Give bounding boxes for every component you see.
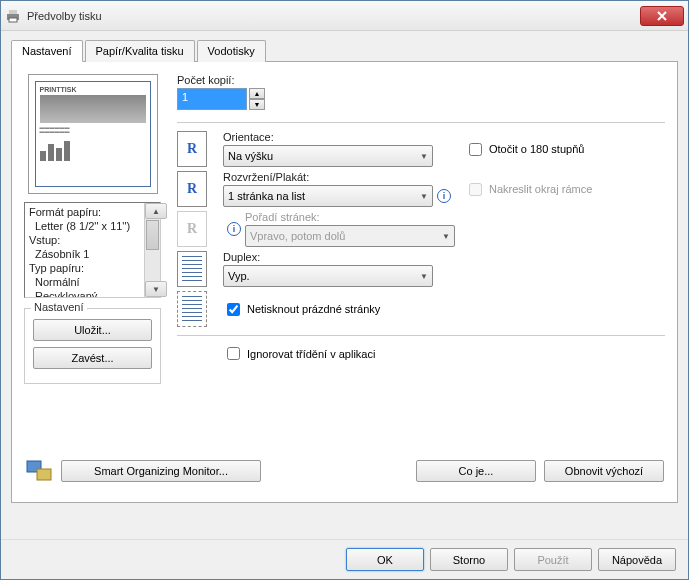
settings-group: Nastavení Uložit... Zavést... xyxy=(24,308,161,384)
svg-rect-1 xyxy=(9,10,17,14)
tab-vodotisky[interactable]: Vodotisky xyxy=(197,40,266,62)
monitor-icon xyxy=(25,457,53,485)
pageorder-select: Vpravo, potom dolů ▼ xyxy=(245,225,455,247)
scroll-up-icon[interactable]: ▲ xyxy=(145,203,167,219)
chevron-down-icon: ▼ xyxy=(420,272,428,281)
pageorder-label: Pořadí stránek: xyxy=(245,211,455,223)
whatis-button[interactable]: Co je... xyxy=(416,460,536,482)
separator xyxy=(177,335,665,336)
copies-spinner[interactable]: ▲ ▼ xyxy=(249,88,265,110)
load-settings-button[interactable]: Zavést... xyxy=(33,347,152,369)
dialog-footer: OK Storno Použít Nápověda xyxy=(1,539,688,579)
layout-select[interactable]: 1 stránka na list ▼ xyxy=(223,185,433,207)
svg-rect-4 xyxy=(37,469,51,480)
chevron-down-icon: ▼ xyxy=(420,152,428,161)
titlebar: Předvolby tisku xyxy=(1,1,688,31)
pageorder-thumb-icon: R xyxy=(177,211,207,247)
rotate-180-checkbox[interactable]: Otočit o 180 stupňů xyxy=(465,140,665,159)
chevron-down-icon: ▼ xyxy=(442,232,450,241)
spinner-up-icon[interactable]: ▲ xyxy=(249,88,265,99)
tab-panel-nastaveni: PRINTTISK ▬▬▬▬▬▬▬▬▬▬▬▬ Formát papíru: Le… xyxy=(11,62,678,503)
spinner-down-icon[interactable]: ▼ xyxy=(249,99,265,110)
layout-thumb-icon: R xyxy=(177,171,207,207)
help-button[interactable]: Nápověda xyxy=(598,548,676,571)
info-icon[interactable]: i xyxy=(437,189,451,203)
save-settings-button[interactable]: Uložit... xyxy=(33,319,152,341)
ignore-collate-checkbox[interactable]: Ignorovat třídění v aplikaci xyxy=(223,344,665,363)
tab-bar: Nastavení Papír/Kvalita tisku Vodotisky xyxy=(11,39,678,62)
paper-info-text: Formát papíru: Letter (8 1/2'' x 11'') V… xyxy=(25,203,144,297)
ok-button[interactable]: OK xyxy=(346,548,424,571)
separator xyxy=(177,122,665,123)
cancel-button[interactable]: Storno xyxy=(430,548,508,571)
paper-info-box: Formát papíru: Letter (8 1/2'' x 11'') V… xyxy=(24,202,161,298)
layout-label: Rozvržení/Plakát: xyxy=(223,171,455,183)
draw-frame-checkbox: Nakreslit okraj rámce xyxy=(465,180,665,199)
page-preview: PRINTTISK ▬▬▬▬▬▬▬▬▬▬▬▬ xyxy=(28,74,158,194)
close-button[interactable] xyxy=(640,6,684,26)
duplex-select[interactable]: Vyp. ▼ xyxy=(223,265,433,287)
skipblank-thumb-icon xyxy=(177,291,207,327)
apply-button: Použít xyxy=(514,548,592,571)
scroll-down-icon[interactable]: ▼ xyxy=(145,281,167,297)
tab-nastaveni[interactable]: Nastavení xyxy=(11,40,83,62)
content-area: Nastavení Papír/Kvalita tisku Vodotisky … xyxy=(1,31,688,539)
info-scrollbar[interactable]: ▲ ▼ xyxy=(144,203,160,297)
preview-heading: PRINTTISK xyxy=(40,86,146,93)
smart-organizing-monitor-button[interactable]: Smart Organizing Monitor... xyxy=(61,460,261,482)
preview-image-placeholder xyxy=(40,95,146,123)
restore-defaults-button[interactable]: Obnovit výchozí xyxy=(544,460,664,482)
copies-label: Počet kopií: xyxy=(177,74,665,86)
right-column: Počet kopií: 1 ▲ ▼ R Orientace: Na xyxy=(177,74,665,490)
scroll-thumb[interactable] xyxy=(146,220,159,250)
svg-rect-2 xyxy=(9,18,17,22)
tab-papir-kvalita[interactable]: Papír/Kvalita tisku xyxy=(85,40,195,62)
window-title: Předvolby tisku xyxy=(27,10,640,22)
print-preferences-window: Předvolby tisku Nastavení Papír/Kvalita … xyxy=(0,0,689,580)
printer-icon xyxy=(5,8,21,24)
chevron-down-icon: ▼ xyxy=(420,192,428,201)
left-column: PRINTTISK ▬▬▬▬▬▬▬▬▬▬▬▬ Formát papíru: Le… xyxy=(24,74,161,490)
duplex-thumb-icon xyxy=(177,251,207,287)
orientation-select[interactable]: Na výšku ▼ xyxy=(223,145,433,167)
info-icon[interactable]: i xyxy=(227,222,241,236)
orientation-thumb-icon: R xyxy=(177,131,207,167)
copies-input[interactable]: 1 xyxy=(177,88,247,110)
skip-blank-checkbox[interactable]: Netisknout prázdné stránky xyxy=(223,300,665,319)
settings-legend: Nastavení xyxy=(31,301,87,313)
orientation-label: Orientace: xyxy=(223,131,455,143)
preview-chart-icon xyxy=(40,137,146,161)
duplex-label: Duplex: xyxy=(223,251,455,263)
